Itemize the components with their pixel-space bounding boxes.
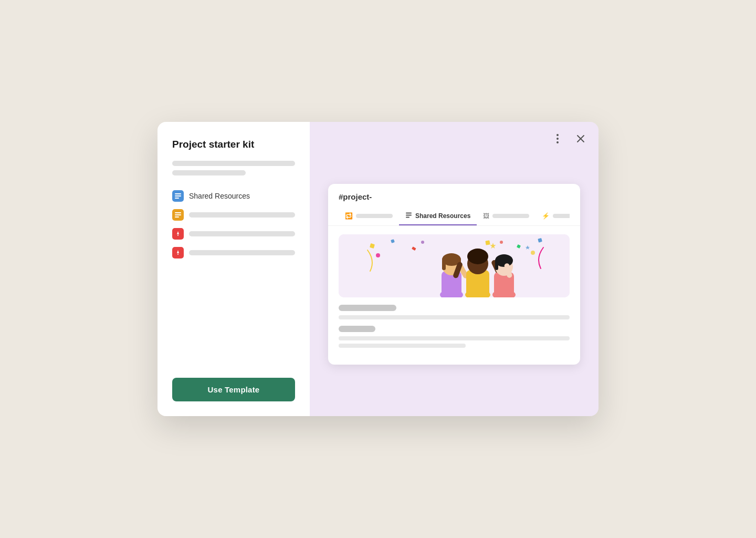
content-block-1 xyxy=(339,305,570,319)
svg-rect-2 xyxy=(175,198,179,199)
tab-item-4[interactable]: ⚡ xyxy=(536,208,570,225)
modal-title: Project starter kit xyxy=(172,139,295,150)
svg-rect-45 xyxy=(495,261,498,270)
preview-header: #project- 🔁 xyxy=(328,184,580,226)
channel-item-shared-resources[interactable]: Shared Resources xyxy=(172,190,295,202)
skeleton-line-2 xyxy=(172,170,246,175)
right-panel: #project- 🔁 xyxy=(310,122,598,416)
channel-item-2[interactable] xyxy=(172,209,295,221)
channel-icon-2 xyxy=(172,209,184,221)
svg-rect-7 xyxy=(177,235,178,236)
channel-label-skeleton-3 xyxy=(189,231,295,236)
channel-name-shared-resources: Shared Resources xyxy=(189,192,250,200)
tab-skeleton-3 xyxy=(492,214,529,218)
tab-item-1[interactable]: 🔁 xyxy=(339,208,399,225)
modal-container: Project starter kit Shared Resources xyxy=(158,122,598,416)
svg-point-23 xyxy=(531,251,535,255)
svg-point-25 xyxy=(421,241,424,244)
tab-icon-4: ⚡ xyxy=(542,212,550,220)
tab-item-3[interactable]: 🖼 xyxy=(477,208,536,225)
tab-icon-1: 🔁 xyxy=(345,212,353,220)
svg-marker-6 xyxy=(177,231,179,234)
svg-rect-0 xyxy=(175,193,181,194)
more-options-button[interactable] xyxy=(550,131,565,146)
svg-rect-14 xyxy=(406,217,410,218)
tab-item-shared-resources[interactable]: Shared Resources xyxy=(399,208,477,225)
preview-body xyxy=(328,226,580,365)
channel-item-3[interactable] xyxy=(172,228,295,240)
channel-icon-shared-resources xyxy=(172,190,184,202)
tab-skeleton-1 xyxy=(356,214,393,218)
channel-hash: #project- xyxy=(339,192,570,201)
celebration-image xyxy=(339,234,570,297)
tab-icon-shared xyxy=(405,212,412,220)
skeleton-lines-group xyxy=(172,161,295,180)
svg-rect-3 xyxy=(175,212,181,213)
svg-rect-9 xyxy=(177,254,178,255)
top-controls xyxy=(550,131,588,146)
tab-icon-3: 🖼 xyxy=(483,212,489,220)
content-line-2-1 xyxy=(339,336,570,340)
channel-item-4[interactable] xyxy=(172,247,295,258)
channel-label-skeleton-2 xyxy=(189,212,295,218)
tab-label-shared-resources: Shared Resources xyxy=(415,212,470,220)
svg-rect-12 xyxy=(406,213,412,214)
svg-rect-4 xyxy=(175,214,181,215)
channel-icon-3 xyxy=(172,228,184,240)
channel-label-skeleton-4 xyxy=(189,250,295,255)
channel-icon-4 xyxy=(172,247,184,258)
content-block-2 xyxy=(339,326,570,348)
svg-rect-1 xyxy=(175,195,181,196)
tab-skeleton-4 xyxy=(553,214,570,218)
svg-point-22 xyxy=(376,253,380,257)
svg-rect-19 xyxy=(485,240,490,245)
skeleton-line-1 xyxy=(172,161,295,166)
svg-rect-13 xyxy=(406,215,412,216)
svg-point-38 xyxy=(467,249,488,264)
use-template-button[interactable]: Use Template xyxy=(172,378,295,401)
svg-rect-32 xyxy=(442,260,446,270)
left-panel: Project starter kit Shared Resources xyxy=(158,122,310,416)
three-dots-icon xyxy=(556,134,559,143)
preview-window: #project- 🔁 xyxy=(328,184,580,365)
content-title-skeleton-1 xyxy=(339,305,396,311)
content-line-2-2 xyxy=(339,344,466,348)
content-line-1-1 xyxy=(339,315,570,319)
svg-rect-5 xyxy=(175,216,179,218)
svg-marker-8 xyxy=(177,250,179,253)
content-title-skeleton-2 xyxy=(339,326,375,332)
close-icon xyxy=(576,134,585,143)
close-button[interactable] xyxy=(573,131,588,146)
svg-point-24 xyxy=(500,241,503,244)
tabs-row: 🔁 Shared Resources xyxy=(339,208,570,225)
